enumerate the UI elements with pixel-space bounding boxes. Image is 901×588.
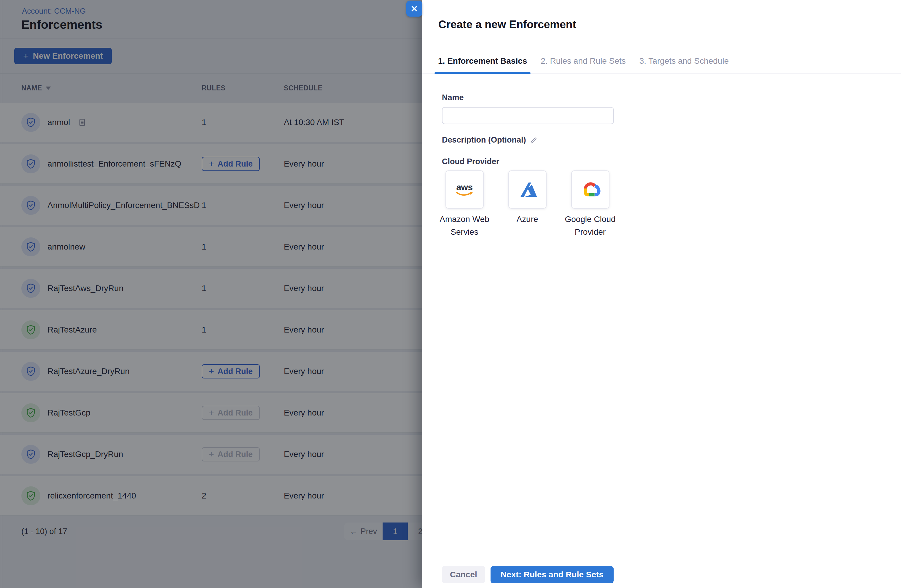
azure-logo-card — [508, 170, 547, 208]
gcp-logo-card — [571, 170, 610, 208]
tab-rules-and-rule-sets[interactable]: 2. Rules and Rule Sets — [537, 49, 629, 73]
modal-body: Name Description (Optional) Cloud Provid… — [442, 73, 889, 238]
close-button[interactable]: ✕ — [406, 1, 422, 17]
gcp-logo-icon — [578, 180, 602, 199]
cancel-button[interactable]: Cancel — [442, 566, 485, 583]
aws-smile-icon — [456, 192, 473, 196]
provider-label: Amazon Web Servies — [433, 213, 496, 238]
description-label: Description (Optional) — [442, 135, 889, 145]
tab-targets-and-schedule[interactable]: 3. Targets and Schedule — [636, 49, 732, 73]
cloud-provider-options: awsAmazon Web ServiesAzureGoogle Cloud P… — [433, 170, 889, 238]
tab-enforcement-basics[interactable]: 1. Enforcement Basics — [435, 49, 531, 73]
aws-logo-text: aws — [456, 183, 472, 192]
next-button[interactable]: Next: Rules and Rule Sets — [491, 566, 614, 583]
provider-label: Google Cloud Provider — [559, 213, 622, 238]
provider-card-gcp[interactable]: Google Cloud Provider — [559, 170, 622, 238]
azure-logo-icon — [517, 180, 538, 199]
provider-label: Azure — [516, 213, 538, 226]
provider-card-aws[interactable]: awsAmazon Web Servies — [433, 170, 496, 238]
edit-pencil-icon[interactable] — [530, 136, 538, 144]
cloud-provider-label: Cloud Provider — [442, 157, 889, 166]
modal-footer: Cancel Next: Rules and Rule Sets — [442, 566, 614, 583]
modal-title: Create a new Enforcement — [438, 19, 576, 31]
provider-card-azure[interactable]: Azure — [496, 170, 559, 238]
name-label: Name — [442, 93, 889, 102]
aws-logo-card: aws — [446, 170, 484, 208]
name-input[interactable] — [442, 107, 614, 124]
wizard-tabs: 1. Enforcement Basics2. Rules and Rule S… — [422, 49, 901, 73]
create-enforcement-drawer: ✕ Create a new Enforcement 1. Enforcemen… — [422, 0, 901, 588]
